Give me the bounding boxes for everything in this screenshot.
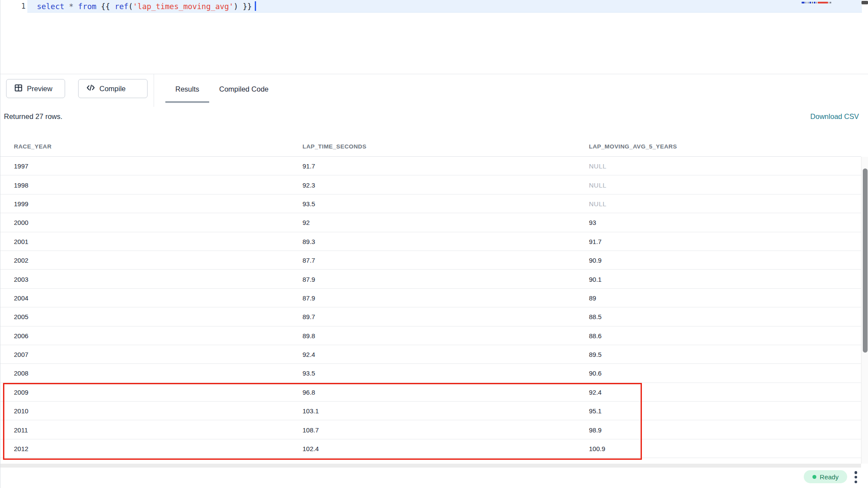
table-cell: 93.5 [302, 369, 315, 377]
table-row: 199993.5NULL [0, 195, 861, 213]
table-cell: 103.1 [302, 407, 319, 415]
table-cell: 98.9 [589, 426, 602, 433]
compile-button[interactable]: Compile [78, 79, 148, 98]
table-cell: 2008 [14, 369, 28, 377]
table-cell: 92.4 [302, 351, 315, 358]
table-cell: 95.1 [589, 407, 602, 415]
table-cell: 90.1 [589, 275, 602, 283]
results-toolbar: Preview Compile Results Compiled Code [0, 74, 868, 106]
table-row: 200189.391.7 [0, 232, 861, 251]
table-cell: 93.5 [302, 200, 315, 207]
text-cursor [255, 1, 256, 11]
tab-results[interactable]: Results [165, 75, 209, 103]
table-row: 199892.3NULL [0, 175, 861, 194]
sql-editor[interactable]: 1 select * from {{ ref('lap_times_moving… [0, 0, 868, 74]
minimap-token [802, 2, 805, 3]
table-row: 20009293 [0, 213, 861, 232]
table-cell: 1998 [14, 181, 28, 188]
table-cell: 87.9 [302, 275, 315, 283]
column-header-lap-time-seconds[interactable]: LAP_TIME_SECONDS [302, 143, 366, 150]
table-cell: NULL [589, 162, 606, 170]
status-bar: Ready [0, 468, 868, 488]
code-token: ref [115, 2, 128, 11]
code-token: {{ [96, 2, 115, 11]
code-token [73, 2, 78, 11]
kebab-dot [855, 471, 858, 474]
code-token: * [69, 2, 74, 11]
table-cell: 89.7 [302, 313, 315, 320]
minimap-token [829, 2, 829, 3]
table-cell: 89.8 [302, 332, 315, 339]
table-cell: 87.7 [302, 257, 315, 264]
table-cell: 90.9 [589, 257, 602, 264]
code-token: select [37, 2, 64, 11]
table-cell: 108.7 [302, 426, 319, 433]
preview-button[interactable]: Preview [6, 79, 65, 98]
table-cell: 89.3 [302, 237, 315, 245]
results-meta-row: Returned 27 rows. Download CSV [0, 106, 868, 128]
code-token: ) [233, 2, 238, 11]
table-cell: 93 [589, 219, 596, 226]
table-cell: NULL [589, 181, 606, 188]
code-token: from [78, 2, 96, 11]
table-cell: 2000 [14, 219, 28, 226]
minimap-token [806, 2, 806, 3]
table-cell: 92 [302, 219, 310, 226]
table-cell: 96.8 [302, 388, 315, 396]
table-header-row: RACE_YEAR LAP_TIME_SECONDS LAP_MOVING_AV… [0, 140, 861, 157]
column-header-lap-moving-avg-5-years[interactable]: LAP_MOVING_AVG_5_YEARS [589, 143, 677, 150]
table-cell: 2012 [14, 445, 28, 452]
table-row: 200893.590.6 [0, 364, 861, 382]
minimap-token [814, 2, 815, 3]
kebab-menu-icon[interactable] [852, 471, 859, 483]
table-body: 199791.7NULL199892.3NULL199993.5NULL2000… [0, 157, 861, 458]
table-cell: 2010 [14, 407, 28, 415]
code-token: 'lap_times_moving_avg' [133, 2, 233, 11]
table-cell: 91.7 [589, 237, 602, 245]
table-row: 200387.990.1 [0, 270, 861, 288]
table-grid-icon [14, 84, 23, 94]
table-row: 200689.888.6 [0, 326, 861, 345]
dbt-ide-window: 1 select * from {{ ref('lap_times_moving… [0, 0, 868, 488]
table-cell: 2001 [14, 237, 28, 245]
kebab-dot [855, 476, 858, 479]
status-badge-label: Ready [820, 473, 838, 481]
sql-code-tokens: select * from {{ ref('lap_times_moving_a… [37, 2, 252, 11]
table-cell: NULL [589, 200, 606, 207]
table-row: 200287.790.9 [0, 251, 861, 270]
sql-code-line[interactable]: select * from {{ ref('lap_times_moving_a… [37, 1, 256, 12]
tab-results-label: Results [175, 85, 199, 93]
table-cell: 89.5 [589, 351, 602, 358]
table-cell: 87.9 [302, 294, 315, 301]
vertical-scrollbar-thumb[interactable] [863, 168, 868, 353]
results-vertical-scrollbar[interactable] [861, 157, 868, 464]
table-row: 200589.788.5 [0, 307, 861, 326]
table-cell: 100.9 [589, 445, 605, 452]
row-count-summary: Returned 27 rows. [4, 112, 62, 121]
minimap-token [816, 2, 817, 3]
tab-compiled-code[interactable]: Compiled Code [209, 75, 279, 103]
table-cell: 89 [589, 294, 596, 301]
table-cell: 2009 [14, 388, 28, 396]
preview-button-label: Preview [27, 85, 53, 93]
table-cell: 2007 [14, 351, 28, 358]
minimap-token [808, 2, 809, 3]
table-row: 2012102.4100.9 [0, 439, 861, 458]
table-cell: 2004 [14, 294, 28, 301]
download-csv-link[interactable]: Download CSV [810, 112, 859, 121]
line-number: 1 [17, 2, 26, 10]
minimap-token [809, 2, 811, 3]
table-cell: 92.3 [302, 181, 315, 188]
table-cell: 2006 [14, 332, 28, 339]
table-cell: 88.6 [589, 332, 602, 339]
editor-minimap [802, 2, 832, 4]
table-cell: 2005 [14, 313, 28, 320]
editor-scrollbar-thumb[interactable] [861, 1, 868, 4]
table-row: 2010103.195.1 [0, 402, 861, 420]
table-cell: 1997 [14, 162, 28, 170]
table-cell: 2002 [14, 257, 28, 264]
toolbar-divider [154, 74, 154, 107]
table-cell: 2011 [14, 426, 28, 433]
horizontal-scrollbar-track[interactable] [0, 464, 861, 468]
column-header-race-year[interactable]: RACE_YEAR [14, 143, 52, 150]
